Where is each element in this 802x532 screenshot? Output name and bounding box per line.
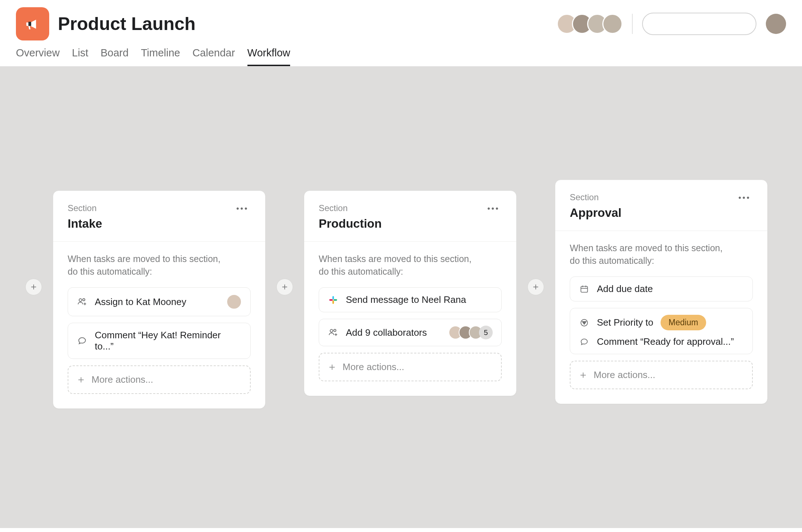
rule-text: Comment “Hey Kat! Reminder to...” <box>95 330 242 352</box>
svg-marker-30 <box>582 321 586 324</box>
tab-overview[interactable]: Overview <box>16 47 60 66</box>
svg-point-18 <box>334 329 336 331</box>
section-label: Section <box>319 203 382 213</box>
section-menu-button[interactable]: ●●● <box>736 192 753 202</box>
rule-assign[interactable]: Assign to Kat Mooney <box>68 287 251 316</box>
section-name: Approval <box>570 206 621 220</box>
workflow-canvas[interactable]: Section Intake ●●● When tasks are moved … <box>0 66 802 528</box>
svg-rect-0 <box>29 22 31 26</box>
member-avatars[interactable] <box>557 14 623 34</box>
rule-text: Assign to Kat Mooney <box>95 296 219 308</box>
svg-point-17 <box>330 330 333 332</box>
tab-calendar[interactable]: Calendar <box>192 47 235 66</box>
priority-badge: Medium <box>661 315 706 330</box>
project-icon <box>16 7 49 40</box>
more-actions-label: More actions... <box>92 374 153 385</box>
svg-rect-16 <box>329 299 333 300</box>
avatar-group: 5 <box>449 326 493 339</box>
more-actions-label: More actions... <box>343 361 404 373</box>
tab-workflow[interactable]: Workflow <box>247 47 290 66</box>
avatar <box>226 294 242 309</box>
svg-rect-13 <box>332 296 334 300</box>
rule-slack[interactable]: Send message to Neel Rana <box>319 287 502 312</box>
svg-point-5 <box>79 299 82 301</box>
page-title: Product Launch <box>58 13 548 34</box>
section-name: Intake <box>68 217 102 231</box>
section-card-production: Section Production ●●● When tasks are mo… <box>304 190 517 396</box>
rule-text: Send message to Neel Rana <box>346 294 493 305</box>
comment-icon <box>579 336 590 347</box>
rule-text: Set Priority to <box>597 317 653 328</box>
trigger-text: When tasks are moved to this section,do … <box>68 253 251 278</box>
more-actions-button[interactable]: More actions... <box>68 365 251 394</box>
section-label: Section <box>68 203 102 213</box>
rule-text: Add due date <box>597 283 744 295</box>
current-user-avatar[interactable] <box>766 14 786 34</box>
svg-rect-25 <box>581 286 587 292</box>
priority-icon <box>579 317 590 328</box>
rule-comment[interactable]: Comment “Hey Kat! Reminder to...” <box>68 323 251 359</box>
section-card-intake: Section Intake ●●● When tasks are moved … <box>53 190 266 409</box>
avatar-overflow-count: 5 <box>479 326 493 339</box>
svg-point-6 <box>83 299 85 301</box>
plus-icon <box>77 376 85 384</box>
calendar-icon <box>579 284 590 295</box>
add-section-button[interactable] <box>276 279 293 295</box>
more-actions-button[interactable]: More actions... <box>319 353 502 381</box>
comment-icon <box>77 335 88 346</box>
tab-board[interactable]: Board <box>101 47 128 66</box>
rule-text: Add 9 collaborators <box>346 327 441 338</box>
plus-icon <box>281 283 288 291</box>
avatar[interactable] <box>602 14 623 34</box>
section-card-approval: Section Approval ●●● When tasks are move… <box>555 180 768 404</box>
rule-priority-comment[interactable]: Set Priority to Medium Comment “Ready fo… <box>570 308 753 354</box>
more-actions-button[interactable]: More actions... <box>570 361 753 389</box>
plus-icon <box>532 283 539 291</box>
add-section-button[interactable] <box>25 279 42 295</box>
tab-timeline[interactable]: Timeline <box>141 47 180 66</box>
slack-icon <box>328 295 339 305</box>
search-input[interactable] <box>656 19 755 29</box>
svg-rect-14 <box>334 299 337 300</box>
plus-icon <box>30 283 37 291</box>
add-section-button[interactable] <box>527 279 544 295</box>
trigger-text: When tasks are moved to this section,do … <box>319 253 502 278</box>
collaborators-icon <box>328 327 339 338</box>
plus-icon <box>328 363 336 371</box>
search-box[interactable] <box>642 13 756 35</box>
header: Product Launch Overview <box>0 0 802 66</box>
section-label: Section <box>570 192 621 202</box>
megaphone-icon <box>24 16 41 32</box>
trigger-text: When tasks are moved to this section,do … <box>570 242 753 267</box>
plus-icon <box>579 371 587 379</box>
rule-due-date[interactable]: Add due date <box>570 276 753 301</box>
rule-text: Comment “Ready for approval...” <box>597 336 734 347</box>
assign-icon <box>77 296 88 307</box>
tabs: Overview List Board Timeline Calendar Wo… <box>16 47 786 66</box>
section-name: Production <box>319 217 382 231</box>
more-actions-label: More actions... <box>594 369 655 381</box>
divider <box>632 14 633 34</box>
section-menu-button[interactable]: ●●● <box>485 203 502 213</box>
svg-rect-15 <box>332 300 334 304</box>
rule-collaborators[interactable]: Add 9 collaborators 5 <box>319 319 502 346</box>
tab-list[interactable]: List <box>72 47 88 66</box>
section-menu-button[interactable]: ●●● <box>234 203 251 213</box>
